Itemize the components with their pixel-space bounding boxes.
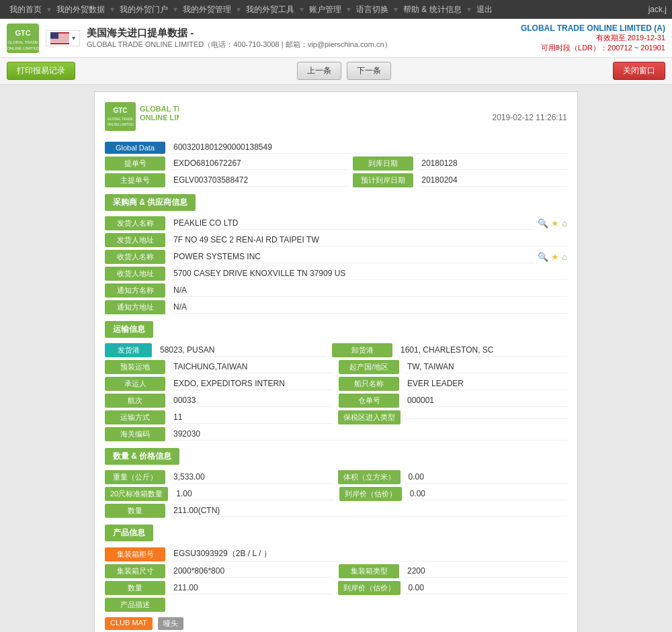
transport-section-label: 运输信息 xyxy=(105,321,153,338)
shipper-name-value-wrap: PEAKLIE CO LTD 🔍 ★ ⌂ xyxy=(171,217,567,230)
loading-port-label[interactable]: 发货港 xyxy=(105,343,152,357)
shipper-name-value: PEAKLIE CO LTD xyxy=(171,217,535,230)
notify-name-value: N/A xyxy=(171,284,567,297)
nav-portal[interactable]: 我的外贸门户 xyxy=(116,4,172,15)
consignee-home-icon[interactable]: ⌂ xyxy=(562,252,567,262)
bill-date-row: 提单号 EXDO6810672267 到库日期 20180128 xyxy=(105,156,567,171)
main-bill-row: 主提单号 EGLV003703588472 预计到岸日期 20180204 xyxy=(105,173,567,187)
global-data-row: Global Data 600320180129000013854​9 xyxy=(105,141,567,154)
voyage-row: 航次 00033 仓单号 000001 xyxy=(105,394,567,408)
loading-port-value: 58023, PUSAN xyxy=(157,344,327,357)
customs-code-value: 392030 xyxy=(171,428,567,441)
svg-text:ONLINE LIMITED: ONLINE LIMITED xyxy=(140,114,179,122)
page-title: 美国海关进口提单数据 - xyxy=(87,27,392,40)
loading-place-row: 预装运地 TAICHUNG,TAIWAN 起产国/地区 TW, TAIWAN xyxy=(105,360,567,374)
transport-section-header: 运输信息 xyxy=(105,321,567,338)
global-data-label: Global Data xyxy=(105,142,165,154)
container-type-value: 2200 xyxy=(405,565,567,578)
notify-name-row: 通知方名称 N/A xyxy=(105,283,567,298)
quantity-section-label: 数量 & 价格信息 xyxy=(105,448,179,465)
notify-addr-row: 通知方地址 N/A xyxy=(105,300,567,314)
us-flag-icon xyxy=(50,32,69,44)
product-tags: CLUB MAT 哑头 xyxy=(105,615,567,632)
origin-country-value: TW, TAIWAN xyxy=(405,361,567,373)
customs-code-label: 海关编码 xyxy=(105,427,165,441)
manifest-value: 000001 xyxy=(405,394,567,407)
weight-volume-row: 重量（公斤） 3,533.00 体积（立方米） 0.00 xyxy=(105,470,567,484)
consignee-search-icon[interactable]: 🔍 xyxy=(538,252,548,262)
quantity-label: 数量 xyxy=(105,504,165,518)
vessel-label: 船只名称 xyxy=(339,377,399,391)
svg-rect-12 xyxy=(50,32,58,39)
transport-mode-label: 运输方式 xyxy=(105,410,165,424)
next-button[interactable]: 下一条 xyxy=(347,62,391,80)
eta-label: 预计到岸日期 xyxy=(353,173,413,187)
consignee-name-label: 收货人名称 xyxy=(105,250,165,264)
expiry-date: 有效期至 2019-12-31 xyxy=(521,33,665,43)
available-time: 可用时段（LDR）：200712 ~ 201901 xyxy=(521,43,665,53)
close-button[interactable]: 关闭窗口 xyxy=(613,62,665,80)
svg-rect-10 xyxy=(50,40,69,41)
container-no-row: 集装箱柜号 EGSU3093929（2B / L / ） xyxy=(105,547,567,561)
weight-value: 3,533.00 xyxy=(171,471,333,484)
arrival-date-label: 到库日期 xyxy=(353,156,413,171)
flag-dropdown-arrow: ▾ xyxy=(72,34,75,42)
transport-mode-row: 运输方式 11 保税区进入类型 xyxy=(105,410,567,424)
quantity-row: 数量 211.00(CTN) xyxy=(105,504,567,518)
user-info: jack.j xyxy=(648,5,667,14)
container-count-label: 20尺标准箱数量 xyxy=(105,487,168,501)
svg-text:GLOBAL TRADE: GLOBAL TRADE xyxy=(140,105,179,113)
gtc-logo-icon: GTC GLOBAL TRADE ONLINE LIMITED xyxy=(7,24,39,53)
svg-text:GLOBAL TRADE: GLOBAL TRADE xyxy=(108,117,134,121)
shipper-addr-row: 发货人地址 7F NO 49 SEC 2 REN-AI RD TAIPEI TW xyxy=(105,233,567,247)
nav-logout[interactable]: 退出 xyxy=(472,4,497,15)
nav-account[interactable]: 账户管理 xyxy=(305,4,345,15)
logo: GTC GLOBAL TRADE ONLINE LIMITED xyxy=(7,24,39,53)
language-selector[interactable]: ▾ xyxy=(46,30,80,46)
cif-price-label: 到岸价（估价） xyxy=(339,487,402,501)
voyage-label: 航次 xyxy=(105,394,165,408)
weight-label: 重量（公斤） xyxy=(105,470,165,484)
print-button[interactable]: 打印报易记录 xyxy=(7,62,75,80)
home-icon[interactable]: ⌂ xyxy=(562,218,567,228)
container-size-value: 2000*806*800 xyxy=(171,565,333,578)
svg-rect-11 xyxy=(50,42,69,42)
star-icon[interactable]: ★ xyxy=(551,218,559,228)
shipper-addr-label: 发货人地址 xyxy=(105,233,165,247)
product-section-header: 产品信息 xyxy=(105,525,567,541)
global-data-value: 600320180129000013854​9 xyxy=(171,141,567,154)
product-qty-price-row: 数量 211.00 到岸价（估价） 0.00 xyxy=(105,581,567,595)
prev-button[interactable]: 上一条 xyxy=(297,62,341,80)
nav-language[interactable]: 语言切换 xyxy=(352,4,392,15)
nav-home[interactable]: 我的首页 xyxy=(5,4,46,15)
notify-addr-value: N/A xyxy=(171,301,567,314)
carrier-value: EXDO, EXPEDITORS INTERN xyxy=(171,377,333,390)
consignee-name-row: 收货人名称 POWER SYSTEMS INC 🔍 ★ ⌂ xyxy=(105,250,567,264)
nav-trade-data[interactable]: 我的外贸数据 xyxy=(52,4,109,15)
consignee-addr-label: 收货人地址 xyxy=(105,267,165,281)
svg-text:GTC: GTC xyxy=(15,29,30,37)
consignee-name-value-wrap: POWER SYSTEMS INC 🔍 ★ ⌂ xyxy=(171,251,567,263)
bill-value: EXDO6810672267 xyxy=(171,157,347,170)
pre-loading-value: TAICHUNG,TAIWAN xyxy=(171,361,333,373)
discharge-port-value: 1601, CHARLESTON, SC xyxy=(398,344,567,357)
page-subtitle: GLOBAL TRADE ONLINE LIMITED（电话：400-710-3… xyxy=(87,40,392,50)
product-price-value: 0.00 xyxy=(406,582,568,594)
search-icon[interactable]: 🔍 xyxy=(538,218,548,228)
product-section-label: 产品信息 xyxy=(105,525,153,541)
container-no-label: 集装箱柜号 xyxy=(105,547,165,561)
main-content: GTC GLOBAL TRADE ONLINE LIMITED GLOBAL T… xyxy=(0,85,672,632)
record-header: GTC GLOBAL TRADE ONLINE LIMITED GLOBAL T… xyxy=(105,102,567,133)
nav-management[interactable]: 我的外贸管理 xyxy=(179,4,235,15)
nav-help[interactable]: 帮助 & 统计信息 xyxy=(399,4,466,15)
main-bill-value: EGLV003703588472 xyxy=(171,174,347,187)
shipper-name-row: 发货人名称 PEAKLIE CO LTD 🔍 ★ ⌂ xyxy=(105,216,567,230)
brand-name: GLOBAL TRADE ONLINE LIMITED (A) xyxy=(521,24,665,33)
port-row: 发货港 58023, PUSAN 卸货港 1601, CHARLESTON, S… xyxy=(105,343,567,357)
volume-label: 体积（立方米） xyxy=(338,470,401,484)
nav-tools[interactable]: 我的外贸工具 xyxy=(242,4,298,15)
nav-items: 我的首页 ▾ 我的外贸数据 ▾ 我的外贸门户 ▾ 我的外贸管理 ▾ 我的外贸工具… xyxy=(5,4,497,15)
consignee-star-icon[interactable]: ★ xyxy=(551,252,559,262)
product-price-label: 到岸价（估价） xyxy=(338,581,401,595)
page-header: GTC GLOBAL TRADE ONLINE LIMITED ▾ 美国海关进口… xyxy=(0,19,672,58)
